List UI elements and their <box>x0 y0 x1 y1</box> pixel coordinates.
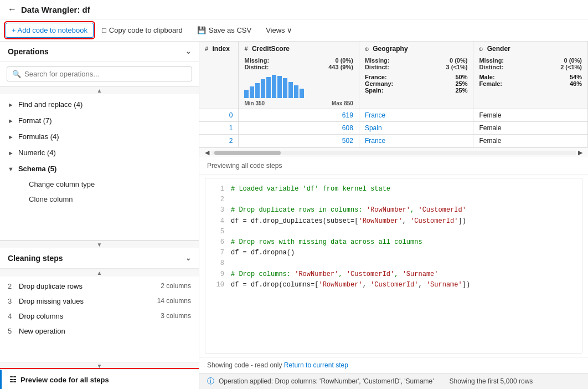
h-scrollbar-thumb[interactable] <box>214 151 281 155</box>
copy-code-button[interactable]: □ Copy code to clipboard <box>96 23 189 38</box>
code-line: 7 df = df.dropna() <box>213 248 574 258</box>
expand-icon: ► <box>8 101 14 108</box>
operations-header: Operations ⌄ <box>0 42 199 62</box>
h-scrollbar[interactable] <box>212 151 576 155</box>
cleaning-item-drop-dup[interactable]: 2 Drop duplicate rows 2 columns <box>0 279 199 294</box>
ops-item-format[interactable]: ► Format (7) <box>0 112 199 129</box>
info-icon: ⓘ <box>207 376 214 386</box>
code-block: 1 # Loaded variable 'df' from kernel sta… <box>205 178 582 354</box>
save-icon: 💾 <box>197 26 206 34</box>
preview-code-button[interactable]: ☷ Preview code for all steps <box>0 370 199 389</box>
code-line: 6 # Drop rows with missing data across a… <box>213 237 574 248</box>
cleaning-collapse[interactable]: ⌄ <box>185 254 191 262</box>
chart-bar <box>255 83 260 98</box>
code-area: Previewing all code steps 1 # Loaded var… <box>199 157 588 373</box>
table-row: 0 619 France Female <box>199 109 588 122</box>
search-input[interactable] <box>24 70 187 78</box>
status-bar: ⓘ Operation applied: Drop columns: 'RowN… <box>199 373 588 389</box>
chart-labels: Min 350 Max 850 <box>239 100 358 109</box>
status-message: Operation applied: Drop columns: 'RowNum… <box>219 377 434 385</box>
search-icon: 🔍 <box>12 70 21 78</box>
chart-bar <box>266 77 271 98</box>
toolbar: + Add code to notebook □ Copy code to cl… <box>0 19 588 42</box>
title-bar: ← Data Wrangler: df <box>0 0 588 19</box>
schema-sub-change-col-type[interactable]: Change column type <box>0 177 199 192</box>
main-content: Operations ⌄ 🔍 ▲ ► Find and replace (4) … <box>0 42 588 389</box>
expand-icon: ► <box>8 150 14 156</box>
col-cat-geography: France:50% Germany:25% Spain:25% <box>359 73 473 96</box>
code-line: 10 df = df.drop(columns=['RowNumber', 'C… <box>213 280 574 290</box>
cleaning-steps-header: Cleaning steps ⌄ <box>0 248 199 269</box>
operations-list: ► Find and replace (4) ► Format (7) ► Fo… <box>0 94 199 240</box>
col-header-creditscore: # CreditScore Missing: 0 (0%) D <box>239 42 359 109</box>
chart-bar <box>250 86 254 98</box>
table-row: 1 608 Spain Female <box>199 122 588 135</box>
code-line: 8 <box>213 258 574 269</box>
chart-bar <box>283 78 287 98</box>
table-row: 2 502 France Female <box>199 135 588 147</box>
col-header-geography: ⌽ Geography Missing:0 (0%) Distinct:3 (<… <box>359 42 473 109</box>
chart-bar <box>244 90 249 98</box>
cleaning-scroll-down[interactable]: ▼ <box>0 362 199 370</box>
add-code-button[interactable]: + Add code to notebook <box>6 23 94 38</box>
cleaning-list: 2 Drop duplicate rows 2 columns 3 Drop m… <box>0 277 199 362</box>
cleaning-scroll-up[interactable]: ▲ <box>0 269 199 277</box>
preview-label: Preview code for all steps <box>20 376 109 384</box>
chart-bar <box>261 79 265 98</box>
data-table: # index # CreditScore <box>199 42 588 147</box>
search-box: 🔍 <box>0 62 199 86</box>
cleaning-item-drop-cols[interactable]: 4 Drop columns 3 columns <box>0 309 199 324</box>
data-table-wrapper: # index # CreditScore <box>199 42 588 157</box>
code-line: 5 <box>213 227 574 237</box>
ops-item-numeric[interactable]: ► Numeric (4) <box>0 145 199 161</box>
col-header-gender: ⌽ Gender Missing:0 (0%) Distinct:2 (<1%)… <box>473 42 588 109</box>
code-preview-label: Previewing all code steps <box>199 157 588 175</box>
chart-bar <box>272 75 276 98</box>
code-line: 1 # Loaded variable 'df' from kernel sta… <box>213 184 574 194</box>
chart-bar <box>277 76 282 98</box>
code-line: 4 df = df.drop_duplicates(subset=['RowNu… <box>213 216 574 227</box>
code-line: 9 # Drop columns: 'RowNumber', 'Customer… <box>213 269 574 280</box>
col-stats-creditscore: Missing: 0 (0%) Distinct: 443 (9%) <box>239 56 358 73</box>
scroll-right-btn[interactable]: ▶ <box>578 149 582 156</box>
code-line: 3 # Drop duplicate rows in columns: 'Row… <box>213 205 574 216</box>
chart-bar <box>300 89 304 98</box>
code-footer: Showing code - read only Return to curre… <box>199 357 588 373</box>
col-chart-creditscore <box>239 73 358 100</box>
code-line: 2 <box>213 194 574 205</box>
rows-info: Showing the first 5,000 rows <box>450 377 533 385</box>
copy-icon: □ <box>102 26 106 34</box>
right-panel: # index # CreditScore <box>199 42 588 389</box>
views-button[interactable]: Views ∨ <box>260 23 298 38</box>
save-csv-button[interactable]: 💾 Save as CSV <box>191 23 257 38</box>
preview-icon: ☷ <box>9 375 17 384</box>
ops-scroll-down[interactable]: ▼ <box>0 240 199 248</box>
return-to-step-link[interactable]: Return to current step <box>284 361 348 369</box>
ops-scroll-up[interactable]: ▲ <box>0 86 199 94</box>
expand-icon: ▼ <box>8 166 14 172</box>
app-title: Data Wrangler: df <box>21 5 90 14</box>
back-button[interactable]: ← <box>8 4 17 14</box>
search-input-wrapper[interactable]: 🔍 <box>7 66 192 81</box>
ops-item-schema[interactable]: ▼ Schema (5) <box>0 161 199 177</box>
ops-item-formulas[interactable]: ► Formulas (4) <box>0 129 199 145</box>
cleaning-item-new-op[interactable]: 5 New operation <box>0 324 199 339</box>
cleaning-section: Cleaning steps ⌄ ▲ 2 Drop duplicate rows… <box>0 248 199 390</box>
chart-bar <box>288 82 293 98</box>
cleaning-steps-label: Cleaning steps <box>8 254 63 263</box>
expand-icon: ► <box>8 117 14 124</box>
operations-label: Operations <box>8 47 49 56</box>
scroll-left-btn[interactable]: ◀ <box>205 149 209 156</box>
cleaning-item-drop-missing[interactable]: 3 Drop missing values 14 columns <box>0 294 199 309</box>
col-cat-gender: Male:54% Female:46% <box>473 73 587 89</box>
operations-collapse[interactable]: ⌄ <box>185 48 191 55</box>
chart-bar <box>294 85 298 98</box>
ops-item-find-replace[interactable]: ► Find and replace (4) <box>0 96 199 112</box>
schema-sub-items: Change column type Clone column <box>0 177 199 207</box>
expand-icon: ► <box>8 134 14 140</box>
left-panel: Operations ⌄ 🔍 ▲ ► Find and replace (4) … <box>0 42 199 389</box>
schema-sub-clone-col[interactable]: Clone column <box>0 192 199 207</box>
col-header-index: # index <box>199 42 239 109</box>
